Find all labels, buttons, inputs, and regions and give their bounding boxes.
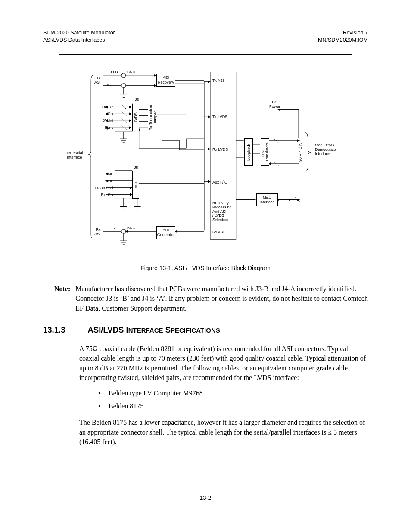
svg-point-0 xyxy=(121,73,126,78)
list-item: Belden type LV Computer M9768 xyxy=(98,389,368,397)
page-number: 13-2 xyxy=(43,495,368,501)
svg-rect-21 xyxy=(115,103,132,132)
label-dc-power: DC Power xyxy=(269,100,280,109)
section-title: ASI/LVDS INTERFACE SPECIFICATIONS xyxy=(87,325,220,335)
note-label: Note: xyxy=(54,284,70,313)
cable-list: Belden type LV Computer M9768 Belden 817… xyxy=(98,389,368,410)
label-modulator-demod-interface: Modulator / Demodulator Interface xyxy=(315,143,337,156)
svg-line-18 xyxy=(122,118,127,123)
box-aux: Aux xyxy=(132,171,139,199)
box-loopback: Loopback xyxy=(244,138,253,166)
label-recovery-processing: Recovery, Processing And ASI / LVDS Sele… xyxy=(212,201,235,222)
label-d0d7: D0-D7 xyxy=(96,105,113,109)
svg-line-14 xyxy=(122,105,127,109)
svg-line-16 xyxy=(122,112,127,116)
label-txon: Tx On / Off xyxy=(87,186,113,190)
list-item: Belden 8175 xyxy=(98,402,368,410)
box-asi-recovery: ASI Recovery xyxy=(156,74,175,87)
label-bncf-2: BNC-F xyxy=(127,226,139,230)
label-tx-asi: Tx ASI xyxy=(212,79,224,83)
note-text: Manufacturer has discovered that PCBs we… xyxy=(75,284,368,313)
label-j6: J6 xyxy=(135,98,139,102)
page-header: SDM-2020 Satellite Modulator ASI/LVDS Da… xyxy=(43,29,368,44)
svg-point-3 xyxy=(121,83,126,87)
label-j4a: J4-A xyxy=(105,83,113,87)
label-tx-asi-left: Tx ASI xyxy=(94,76,101,85)
header-right: Revision 7 MN/SDM2020M.IOM xyxy=(318,29,368,44)
label-rx-asi: Rx ASI xyxy=(212,230,224,235)
svg-line-69 xyxy=(274,162,279,166)
label-j5: J5 xyxy=(134,166,138,170)
label-rx-lvds: Rx LVDS xyxy=(212,148,228,152)
paragraph-2: The Belden 8175 has a lower capacitance,… xyxy=(79,418,368,447)
svg-rect-35 xyxy=(115,171,132,198)
label-96pin-din: 96 Pin DIN xyxy=(299,138,305,166)
header-right-line1: Revision 7 xyxy=(318,29,368,37)
box-mc-interface: M&C Interface xyxy=(256,193,278,206)
box-lvds: LVDS xyxy=(132,104,139,131)
label-rx-asi-left: Rx ASI xyxy=(94,228,101,236)
box-level-translators: Level Translators xyxy=(261,138,269,166)
header-right-line2: MN/SDM2020M.IOM xyxy=(318,37,368,44)
section-heading: 13.1.3 ASI/LVDS INTERFACE SPECIFICATIONS xyxy=(43,325,368,335)
paragraph-1: A 75Ω coaxial cable (Belden 8281 or equi… xyxy=(79,344,368,383)
label-dvalid: DValid xyxy=(96,119,113,123)
section-number: 13.1.3 xyxy=(43,325,65,335)
label-clk: Clk xyxy=(96,112,113,116)
label-terrestrial-interface: Terrestrial Interface xyxy=(62,151,87,160)
svg-line-20 xyxy=(122,125,127,130)
header-left-line2: ASI/LVDS Data Interfaces xyxy=(43,37,115,44)
label-df: DF xyxy=(94,179,113,184)
label-tx-lvds: Tx LVDS xyxy=(212,115,227,119)
label-aux-io: Aux I / O xyxy=(212,180,227,185)
svg-line-73 xyxy=(295,197,300,202)
figure-caption: Figure 13-1. ASI / LVDS Interface Block … xyxy=(43,264,368,271)
label-bncf-1: BNC-F xyxy=(127,70,139,75)
label-extclk: Ext Clk xyxy=(94,193,113,197)
note-block: Note: Manufacturer has discovered that P… xyxy=(54,284,368,313)
box-tx-termination-jumper: Tx Termination Jumper xyxy=(149,104,157,131)
svg-point-51 xyxy=(121,229,126,233)
header-left: SDM-2020 Satellite Modulator ASI/LVDS Da… xyxy=(43,29,115,44)
diagram-lines xyxy=(59,55,352,255)
label-mf: MF xyxy=(94,172,113,177)
label-j7: J7 xyxy=(112,226,116,230)
block-diagram-figure: Terrestrial Interface Tx ASI J3-B BNC-F … xyxy=(59,54,352,255)
header-left-line1: SDM-2020 Satellite Modulator xyxy=(43,29,115,37)
label-j3b: J3-B xyxy=(110,70,118,75)
label-sync: Sync xyxy=(96,126,113,130)
svg-line-67 xyxy=(274,138,279,143)
box-asi-generator: ASI Generator xyxy=(156,226,175,239)
